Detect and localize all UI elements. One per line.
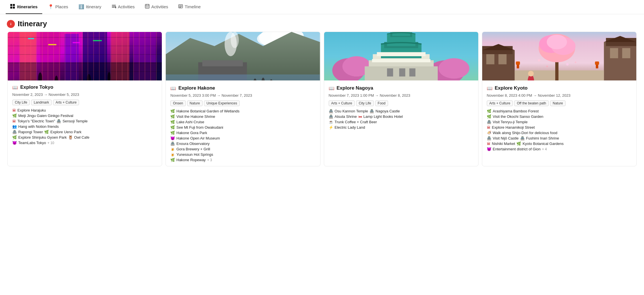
activity-icon: 🌿 bbox=[170, 158, 175, 162]
activity-item: 🍜 Walk along Shijo-Dori for delicious fo… bbox=[487, 131, 632, 135]
svg-point-90 bbox=[566, 63, 569, 66]
card-nagoya-activities: 🏯 Osu Kannon Temple 🏯 Nagoya Castle 🏯 At… bbox=[329, 109, 474, 130]
svg-rect-14 bbox=[148, 6, 148, 7]
svg-rect-96 bbox=[595, 61, 599, 64]
svg-rect-18 bbox=[179, 5, 182, 6]
nav-places[interactable]: 📍 Places bbox=[43, 0, 73, 14]
nav-itinerary[interactable]: ℹ️ Itinerary bbox=[74, 0, 106, 14]
svg-rect-9 bbox=[145, 4, 149, 8]
activity-item: 🏛 Tokyo's "Electric Town" 🏯 Sensoji Temp… bbox=[12, 119, 157, 123]
activity-icon: 🏯 bbox=[56, 119, 61, 123]
nav-itineraries-label: Itineraries bbox=[17, 4, 38, 9]
svg-rect-48 bbox=[202, 60, 243, 66]
svg-rect-37 bbox=[48, 44, 56, 45]
card-kyoto[interactable]: 📖 Explore Kyoto November 8, 2023 4:00 PM… bbox=[482, 32, 637, 166]
svg-rect-28 bbox=[83, 32, 107, 80]
svg-rect-69 bbox=[377, 52, 425, 56]
nav-activities-1[interactable]: Activities bbox=[107, 0, 139, 14]
places-icon: 📍 bbox=[48, 5, 54, 9]
nav-places-label: Places bbox=[55, 4, 68, 9]
activity-icon: 😈 bbox=[487, 147, 491, 151]
svg-point-92 bbox=[528, 71, 534, 76]
nav-activities2-label: Activities bbox=[151, 4, 168, 9]
svg-rect-24 bbox=[8, 32, 162, 80]
card-tokyo-tags: City Life Landmark Arts + Culture bbox=[12, 100, 157, 105]
activity-item: 🌿 Lake Ashi Cruise bbox=[170, 120, 315, 124]
svg-rect-98 bbox=[498, 54, 506, 64]
svg-rect-22 bbox=[11, 24, 11, 25]
card-hakone-dates: November 5, 2023 3:00 PM → November 7, 2… bbox=[170, 93, 315, 98]
card-kyoto-image bbox=[482, 32, 636, 81]
svg-rect-29 bbox=[111, 32, 130, 80]
svg-rect-26 bbox=[40, 32, 60, 80]
activity-icon: 🏯 bbox=[329, 114, 333, 119]
activity-icon: 🏯 bbox=[487, 120, 491, 124]
activities2-icon bbox=[145, 4, 150, 9]
svg-rect-5 bbox=[112, 6, 116, 7]
activity-item: 😈 Hakone Open Air Museum bbox=[170, 136, 315, 140]
activity-item: 🏯 Rapongi Tower 🌿 Explore Ueno Park bbox=[12, 130, 157, 134]
svg-point-34 bbox=[87, 74, 91, 80]
activity-item: 🏛 Explore Harajuku bbox=[12, 108, 157, 112]
svg-point-88 bbox=[575, 61, 576, 63]
activity-item: 🌿 Hakone Gora Park bbox=[170, 131, 315, 135]
activity-icon: 🌿 bbox=[170, 131, 175, 135]
svg-rect-10 bbox=[146, 4, 147, 5]
activity-icon: 🏛 bbox=[12, 119, 16, 123]
svg-rect-38 bbox=[72, 42, 80, 43]
tag: Onsen bbox=[170, 100, 185, 106]
card-nagoya-image bbox=[324, 32, 478, 81]
nav-timeline[interactable]: Timeline bbox=[174, 0, 205, 14]
activity-icon: 🌿 bbox=[170, 114, 175, 119]
card-nagoya[interactable]: 📖 Explore Nagoya November 7, 2023 1:00 P… bbox=[324, 32, 479, 166]
activity-icon: 🏛 bbox=[12, 108, 16, 112]
card-nagoya-icon: 📖 bbox=[329, 86, 334, 91]
tag: Arts + Culture bbox=[53, 100, 79, 105]
svg-rect-8 bbox=[115, 7, 116, 8]
card-hakone-tags: Onsen Nature Unique Experiences bbox=[170, 100, 315, 106]
svg-rect-78 bbox=[604, 42, 636, 80]
activity-item: 😈 TeamLabs Tokyo + 10 bbox=[12, 141, 157, 145]
card-hakone[interactable]: 📖 Explore Hakone November 5, 2023 3:00 P… bbox=[165, 32, 320, 166]
activity-item: 🍺 Gora Brewery + Grill bbox=[170, 147, 315, 151]
tag: Unique Experiences bbox=[204, 100, 240, 106]
svg-rect-39 bbox=[93, 40, 102, 41]
card-tokyo-title: Explore Tokyo bbox=[20, 84, 53, 90]
tag: Off the beaten path bbox=[514, 100, 549, 106]
cards-grid: 📖 Explore Tokyo November 2, 2023 → Novem… bbox=[0, 32, 644, 172]
svg-rect-23 bbox=[11, 23, 11, 23]
nav-activities1-label: Activities bbox=[118, 4, 135, 9]
card-tokyo[interactable]: 📖 Explore Tokyo November 2, 2023 → Novem… bbox=[7, 32, 162, 166]
tag: Arts + Culture bbox=[487, 100, 513, 106]
svg-point-87 bbox=[538, 59, 540, 62]
page-title: Itinerary bbox=[18, 19, 47, 28]
svg-point-89 bbox=[546, 66, 548, 67]
nav-itineraries[interactable]: Itineraries bbox=[6, 0, 42, 14]
activity-icon: 🌿 bbox=[12, 114, 17, 118]
activity-item: 😈 Entertainment district of Gion + 4 bbox=[487, 147, 632, 151]
activity-icon: 🍺 bbox=[170, 147, 175, 151]
activities1-icon bbox=[112, 4, 116, 9]
nav-activities-2[interactable]: Activities bbox=[140, 0, 173, 14]
itineraries-icon bbox=[10, 4, 15, 9]
card-hakone-activities: 🌿 Hakone Botanical Garden of Wetlands 🌿 … bbox=[170, 109, 315, 162]
activity-icon: 🏯 bbox=[520, 136, 525, 140]
card-tokyo-body: 📖 Explore Tokyo November 2, 2023 → Novem… bbox=[8, 80, 162, 149]
card-nagoya-body: 📖 Explore Nagoya November 7, 2023 1:00 P… bbox=[324, 81, 478, 134]
svg-point-86 bbox=[547, 35, 567, 49]
svg-rect-6 bbox=[112, 7, 115, 8]
svg-rect-30 bbox=[134, 32, 156, 80]
activity-icon: 🌿 bbox=[12, 135, 17, 140]
activity-icon: 🏯 bbox=[370, 109, 374, 113]
activity-icon: 🌿 bbox=[170, 125, 175, 130]
svg-rect-13 bbox=[146, 6, 147, 7]
card-tokyo-dates: November 2, 2023 → November 5, 2023 bbox=[12, 92, 157, 97]
tag: Landmark bbox=[31, 100, 51, 105]
svg-rect-72 bbox=[399, 68, 405, 76]
tag: Nature bbox=[187, 100, 203, 106]
card-hakone-icon: 📖 bbox=[170, 86, 176, 91]
itinerary-icon: ℹ️ bbox=[78, 5, 84, 9]
activity-icon: 🌿 bbox=[170, 109, 175, 113]
svg-rect-0 bbox=[10, 4, 12, 6]
activity-item: ⚡ Electric Lady Land bbox=[329, 125, 474, 130]
